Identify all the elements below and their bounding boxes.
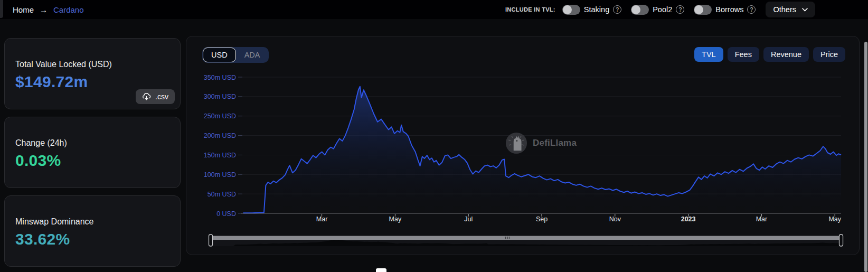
svg-text:150m USD: 150m USD (204, 152, 236, 159)
slider-grip-icon (505, 237, 506, 239)
sidebar-edge (0, 0, 3, 18)
stat-card-value: 0.03% (15, 152, 169, 170)
tvl-area-fill (243, 87, 841, 213)
svg-text:Mar: Mar (316, 215, 328, 223)
stat-card-title: Change (24h) (15, 138, 169, 148)
include-in-tvl-label: INCLUDE IN TVL: (505, 6, 555, 13)
toggle-knob (563, 5, 572, 14)
breadcrumb-current[interactable]: Cardano (53, 5, 84, 14)
toggle-label: Pool2 (653, 5, 672, 14)
svg-text:Jul: Jul (464, 215, 473, 223)
svg-text:250m USD: 250m USD (204, 112, 236, 120)
help-icon[interactable]: ? (613, 5, 621, 14)
slider-grip-icon (507, 237, 507, 239)
breadcrumb-arrow-icon: → (40, 5, 48, 14)
y-axis-labels: 0 USD50m USD100m USD150m USD200m USD250m… (204, 74, 242, 218)
stat-card-title: Total Value Locked (USD) (15, 60, 169, 69)
svg-text:200m USD: 200m USD (204, 132, 236, 139)
breadcrumb-home[interactable]: Home (13, 5, 34, 14)
tvl-area-chart[interactable]: 0 USD50m USD100m USD150m USD200m USD250m… (186, 36, 859, 255)
toggle-switch-borrows[interactable] (694, 5, 712, 15)
others-dropdown[interactable]: Others (766, 2, 815, 17)
stat-card-value: $149.72m (15, 73, 169, 91)
page-scrollbar-thumb[interactable] (864, 42, 867, 272)
svg-text:50m USD: 50m USD (207, 191, 236, 198)
toggle-label: Borrows (715, 5, 743, 14)
svg-text:May: May (828, 215, 841, 223)
x-axis: MarMayJulSepNov2023MarMay (241, 214, 842, 223)
slider-handle-left[interactable] (209, 235, 213, 246)
time-range-slider[interactable] (209, 235, 843, 246)
slider-grip-icon (509, 237, 510, 239)
svg-text:300m USD: 300m USD (204, 93, 236, 100)
svg-text:2023: 2023 (681, 215, 696, 223)
slider-move-handle[interactable] (211, 236, 841, 240)
svg-text:Mar: Mar (756, 215, 768, 223)
svg-text:Nov: Nov (609, 215, 621, 223)
page: Home → Cardano INCLUDE IN TVL: Staking?P… (0, 0, 868, 272)
toggle-group-staking: Staking? (562, 5, 621, 15)
toggle-switch-staking[interactable] (562, 5, 580, 15)
toggle-knob (631, 5, 640, 14)
svg-text:May: May (389, 215, 402, 223)
slider-handle-right[interactable] (839, 235, 843, 246)
toggle-group-borrows: Borrows? (694, 5, 756, 15)
toggle-label: Staking (584, 5, 609, 14)
svg-text:350m USD: 350m USD (204, 74, 236, 81)
toggle-group-pool2: Pool2? (631, 5, 684, 15)
stat-card-1: Change (24h)0.03% (4, 117, 181, 188)
stat-card-0: Total Value Locked (USD)$149.72m.csv (4, 38, 181, 109)
include-in-tvl-controls: INCLUDE IN TVL: Staking?Pool2?Borrows? O… (505, 0, 815, 19)
svg-text:0 USD: 0 USD (216, 210, 236, 218)
download-csv-button[interactable]: .csv (136, 89, 175, 104)
top-nav: Home → Cardano INCLUDE IN TVL: Staking?P… (0, 0, 868, 19)
chevron-down-icon (802, 8, 808, 12)
tvl-toggle-list: Staking?Pool2?Borrows? (562, 5, 756, 15)
csv-button-label: .csv (155, 92, 168, 101)
stat-card-value: 33.62% (15, 230, 169, 248)
toggle-knob (694, 5, 703, 14)
help-icon[interactable]: ? (676, 5, 684, 14)
partial-bottom-widget (376, 268, 386, 272)
breadcrumb: Home → Cardano (13, 0, 84, 19)
svg-text:100m USD: 100m USD (204, 171, 236, 179)
svg-text:Sep: Sep (536, 215, 548, 223)
stat-card-2: Minswap Dominance33.62% (4, 195, 181, 267)
toggle-switch-pool2[interactable] (631, 5, 649, 15)
download-cloud-icon (142, 93, 151, 100)
stat-card-title: Minswap Dominance (15, 217, 169, 227)
help-icon[interactable]: ? (747, 5, 756, 14)
others-dropdown-label: Others (773, 5, 796, 14)
chart-panel: USDADA TVLFeesRevenuePrice 0 USD50m USD1… (186, 36, 860, 255)
